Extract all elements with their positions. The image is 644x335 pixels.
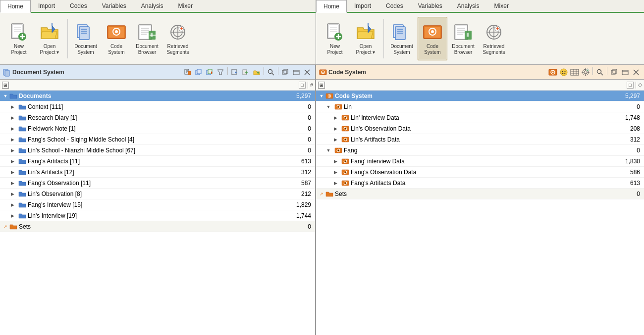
tab-analysis-right[interactable]: Analysis xyxy=(450,0,487,12)
tree-row[interactable]: ▶ Fang's Artifacts [11] 613 xyxy=(0,156,315,167)
float-btn-right[interactable] xyxy=(609,67,619,77)
tab-mixer-left[interactable]: Mixer xyxy=(171,0,200,12)
fang-icon xyxy=(334,146,343,154)
tree-row-fang-artifacts[interactable]: ▶ Fang's Artifacts Data 613 xyxy=(316,178,644,189)
doc-system-toolbar xyxy=(183,67,312,77)
expand-lin-interview[interactable]: ▶ xyxy=(332,114,339,121)
expand-lin-obs[interactable]: ▶ xyxy=(332,125,339,132)
lin-art-count: 312 xyxy=(622,136,642,143)
maximize-btn-left[interactable] xyxy=(291,67,301,77)
new-project-button-right[interactable]: NewProject xyxy=(320,17,350,60)
tree-row[interactable]: ▶ Lin's Interview [19] 1,744 xyxy=(0,210,315,221)
tree-row-sets-codes[interactable]: ↗ Sets 0 xyxy=(316,189,644,199)
tree-row-lin[interactable]: ▼ Lin 0 xyxy=(316,101,644,112)
expand-docs-root[interactable]: ▼ xyxy=(2,93,9,99)
code-system-button-left[interactable]: CodeSystem xyxy=(102,17,131,60)
expand-lin[interactable]: ▼ xyxy=(325,103,332,110)
document-system-button-right[interactable]: DocumentSystem xyxy=(387,17,417,60)
tree-row-root-codes[interactable]: ▼ Code System 5,297 xyxy=(316,91,644,101)
open-project-button[interactable]: OpenProject ▾ xyxy=(35,17,64,60)
expand-fangs-school[interactable]: ▶ xyxy=(9,136,16,143)
expand-lins-artifacts[interactable]: ▶ xyxy=(9,169,16,176)
code-checkbox[interactable]: □ xyxy=(627,82,634,89)
float-btn-left[interactable] xyxy=(280,67,290,77)
tree-row[interactable]: ▶ Research Diary [1] 0 xyxy=(0,112,315,123)
tree-row-lin-observation[interactable]: ▶ Lin's Observation Data 208 xyxy=(316,123,644,134)
tree-row[interactable]: ▶ Fang's School - Siqing Middle School [… xyxy=(0,134,315,145)
code-tree-container[interactable]: ▼ Code System 5,297 ▼ xyxy=(316,91,644,335)
expand-fang[interactable]: ▼ xyxy=(325,147,332,154)
tree-row[interactable]: ▶ Lin's Observation [8] 212 xyxy=(0,189,315,199)
document-browser-button-right[interactable]: DocumentBrowser xyxy=(448,17,478,60)
tree-toggle-icon[interactable]: ⊞ xyxy=(2,82,9,89)
tree-row-fang-interview[interactable]: ▶ Fang' interview Data 1,830 xyxy=(316,156,644,167)
tree-row-root-docs[interactable]: ▼ Documents 5,297 xyxy=(0,91,315,101)
expand-fangs-observation[interactable]: ▶ xyxy=(9,180,16,187)
expand-lins-interview[interactable]: ▶ xyxy=(9,212,16,219)
expand-context[interactable]: ▶ xyxy=(9,103,16,110)
expand-fang-obs[interactable]: ▶ xyxy=(332,169,339,176)
expand-code-root[interactable]: ▼ xyxy=(318,93,325,99)
tree-row[interactable]: ▶ Fang's Interview [15] 1,829 xyxy=(0,199,315,210)
tree-row-sets-docs[interactable]: ↗ Sets 0 xyxy=(0,221,315,232)
right-ribbon-body: NewProject OpenProject ▾ xyxy=(316,13,644,64)
tree-row-lin-interview[interactable]: ▶ Lin' interview Data 1,748 xyxy=(316,112,644,123)
code-icon-btn[interactable] xyxy=(548,67,558,77)
retrieved-segments-button-right[interactable]: RetrievedSegments xyxy=(479,17,509,60)
expand-fangs-artifacts[interactable]: ▶ xyxy=(9,158,16,165)
tree-row[interactable]: ▶ Context [111] 0 xyxy=(0,101,315,112)
table-btn[interactable] xyxy=(570,67,580,77)
code-tree-toggle[interactable]: ⊞ xyxy=(318,82,325,89)
tree-row[interactable]: ▶ Lin's Artifacts [12] 312 xyxy=(0,167,315,178)
expand-lin-art[interactable]: ▶ xyxy=(332,136,339,143)
doc-tree-container[interactable]: ▼ Documents 5,297 ▶ Context [111] 0 xyxy=(0,91,315,335)
tab-home-right[interactable]: Home xyxy=(316,0,347,13)
add-doc-btn[interactable] xyxy=(241,67,251,77)
copy-btn1[interactable] xyxy=(194,67,204,77)
copy-btn2[interactable] xyxy=(205,67,215,77)
close-btn-right[interactable] xyxy=(631,67,641,77)
tree-row[interactable]: ▶ Lin's School - Nianzhi Middle School [… xyxy=(0,145,315,156)
expand-sets-docs[interactable]: ↗ xyxy=(2,223,9,230)
tree-row-lin-artifacts[interactable]: ▶ Lin's Artifacts Data 312 xyxy=(316,134,644,145)
maximize-btn-right[interactable] xyxy=(620,67,630,77)
document-system-button-left[interactable]: DocumentSystem xyxy=(71,17,101,60)
close-btn-left[interactable] xyxy=(302,67,312,77)
tab-home-left[interactable]: Home xyxy=(0,0,31,13)
tab-import-right[interactable]: Import xyxy=(347,0,378,12)
tab-variables-right[interactable]: Variables xyxy=(411,0,450,12)
tree-row-fang[interactable]: ▼ Fang 0 xyxy=(316,145,644,156)
search-btn-right[interactable] xyxy=(595,67,605,77)
tab-mixer-right[interactable]: Mixer xyxy=(487,0,516,12)
tree-row-fang-observation[interactable]: ▶ Fang's Observation Data 586 xyxy=(316,167,644,178)
tab-analysis-left[interactable]: Analysis xyxy=(134,0,171,12)
expand-fangs-interview[interactable]: ▶ xyxy=(9,201,16,208)
import-btn[interactable] xyxy=(230,67,240,77)
new-project-button[interactable]: NewProject xyxy=(4,17,34,60)
expand-research-diary[interactable]: ▶ xyxy=(9,114,16,121)
emoji-btn[interactable] xyxy=(559,67,569,77)
target-btn[interactable] xyxy=(581,67,590,77)
expand-fang-interview[interactable]: ▶ xyxy=(332,158,339,165)
tree-row[interactable]: ▶ Fieldwork Note [1] 0 xyxy=(0,123,315,134)
svg-marker-78 xyxy=(217,70,223,75)
checkbox-icon[interactable]: □ xyxy=(299,82,306,89)
document-browser-button-left[interactable]: DocumentBrowser xyxy=(132,17,162,60)
tab-import-left[interactable]: Import xyxy=(31,0,62,12)
expand-fieldwork[interactable]: ▶ xyxy=(9,125,16,132)
expand-lins-observation[interactable]: ▶ xyxy=(9,191,16,197)
tab-codes-right[interactable]: Codes xyxy=(378,0,411,12)
expand-lins-school[interactable]: ▶ xyxy=(9,147,16,154)
retrieved-segments-button-left[interactable]: RetrievedSegments xyxy=(163,17,193,60)
tab-variables-left[interactable]: Variables xyxy=(95,0,134,12)
tree-row[interactable]: ▶ Fang's Observation [11] 587 xyxy=(0,178,315,189)
expand-fang-art[interactable]: ▶ xyxy=(332,180,339,187)
tab-codes-left[interactable]: Codes xyxy=(62,0,95,12)
code-system-button-right[interactable]: CodeSystem xyxy=(418,17,447,60)
add-folder-btn[interactable] xyxy=(252,67,262,77)
open-project-button-right[interactable]: OpenProject ▾ xyxy=(351,17,380,60)
search-btn-left[interactable] xyxy=(266,67,276,77)
edit-btn[interactable] xyxy=(183,67,193,77)
expand-sets-codes[interactable]: ↗ xyxy=(318,191,325,197)
filter-btn[interactable] xyxy=(215,67,225,77)
